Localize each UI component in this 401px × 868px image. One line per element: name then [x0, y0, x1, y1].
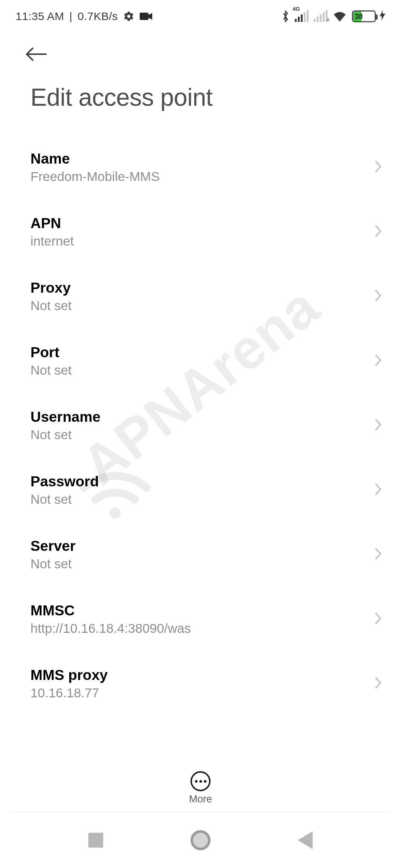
signal-sim1: 4G	[295, 11, 309, 22]
row-value: Not set	[30, 363, 72, 378]
status-speed: 0.7KB/s	[78, 10, 118, 23]
row-label: Username	[30, 409, 101, 425]
row-value: 10.16.18.77	[30, 685, 108, 700]
signal-sim2: ×	[314, 11, 327, 22]
row-value: Not set	[30, 427, 101, 442]
page-title: Edit access point	[0, 63, 401, 111]
android-navbar	[0, 812, 401, 868]
chevron-right-icon	[374, 289, 382, 304]
signal-x-icon: ×	[326, 17, 330, 23]
row-port[interactable]: Port Not set	[0, 329, 401, 393]
row-proxy[interactable]: Proxy Not set	[0, 264, 401, 329]
row-mms-proxy[interactable]: MMS proxy 10.16.18.77	[0, 651, 401, 716]
apn-settings-list: Name Freedom-Mobile-MMS APN internet Pro…	[0, 111, 401, 805]
row-label: APN	[30, 215, 74, 231]
more-icon	[190, 771, 211, 791]
nav-back-button[interactable]	[298, 831, 313, 849]
signal-4g-label: 4G	[293, 6, 300, 12]
battery-icon: 38	[352, 10, 376, 22]
settings-icon	[123, 11, 134, 22]
back-row	[0, 26, 401, 63]
row-password[interactable]: Password Not set	[0, 458, 401, 522]
chevron-right-icon	[374, 354, 382, 368]
row-value: internet	[30, 234, 74, 249]
row-label: Name	[30, 151, 160, 167]
chevron-right-icon	[374, 612, 382, 627]
row-username[interactable]: Username Not set	[0, 393, 401, 458]
nav-home-button[interactable]	[190, 830, 211, 850]
row-value: Not set	[30, 298, 72, 313]
row-value: Freedom-Mobile-MMS	[30, 169, 160, 184]
row-value: Not set	[30, 492, 99, 507]
row-name[interactable]: Name Freedom-Mobile-MMS	[0, 135, 401, 200]
status-bar: 11:35 AM | 0.7KB/s 4G ×	[0, 0, 401, 26]
row-label: MMS proxy	[30, 667, 108, 683]
charging-icon	[379, 10, 385, 23]
more-label: More	[189, 793, 212, 805]
status-sep: |	[69, 10, 72, 23]
row-label: Port	[30, 344, 72, 361]
chevron-right-icon	[374, 676, 382, 691]
status-left: 11:35 AM | 0.7KB/s	[16, 10, 152, 23]
row-label: Proxy	[30, 280, 72, 296]
more-menu[interactable]: More	[0, 771, 401, 805]
chevron-right-icon	[374, 418, 382, 433]
row-mmsc[interactable]: MMSC http://10.16.18.4:38090/was	[0, 587, 401, 651]
chevron-right-icon	[374, 547, 382, 562]
row-label: Password	[30, 473, 99, 490]
row-value: http://10.16.18.4:38090/was	[30, 621, 191, 636]
row-apn[interactable]: APN internet	[0, 200, 401, 264]
wifi-icon	[333, 11, 347, 22]
row-value: Not set	[30, 556, 75, 571]
row-label: MMSC	[30, 602, 191, 619]
battery-percent: 38	[355, 12, 363, 21]
camera-icon	[140, 12, 152, 21]
back-button[interactable]	[25, 56, 48, 63]
bluetooth-icon	[281, 10, 290, 23]
nav-recents-button[interactable]	[88, 833, 103, 848]
chevron-right-icon	[374, 224, 382, 239]
status-time: 11:35 AM	[16, 10, 64, 23]
chevron-right-icon	[374, 483, 382, 497]
row-server[interactable]: Server Not set	[0, 522, 401, 587]
svg-rect-0	[140, 13, 149, 20]
row-label: Server	[30, 538, 75, 554]
chevron-right-icon	[374, 160, 382, 175]
status-right: 4G × 38	[281, 10, 385, 23]
